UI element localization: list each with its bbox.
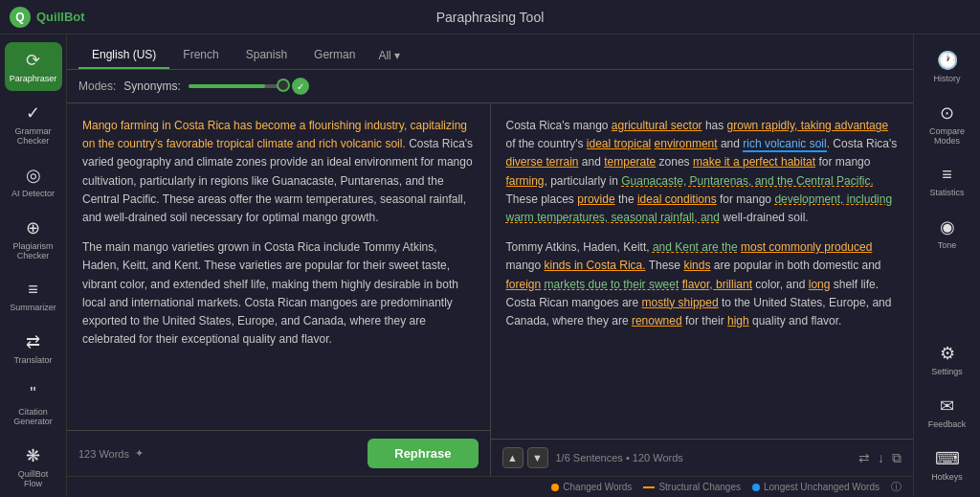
- sidebar-item-citation[interactable]: " Citation Generator: [5, 376, 62, 434]
- slider-fill: [189, 84, 265, 88]
- output-p1-b: has: [702, 119, 727, 132]
- legend-info-icon[interactable]: ⓘ: [891, 480, 902, 494]
- legend-structural-label: Structural Changes: [658, 482, 741, 492]
- compare-icon[interactable]: ⇄: [858, 450, 870, 466]
- sidebar-label-flow: QuillBot Flow: [9, 469, 58, 488]
- plagiarism-icon: ⊕: [26, 217, 40, 238]
- sidebar-item-flow[interactable]: ❋ QuillBot Flow: [5, 438, 62, 496]
- output-p2-k: for their: [682, 314, 727, 328]
- output-changed-1: agricultural sector: [612, 119, 702, 132]
- output-unchanged-1: rich volcanic soil: [743, 137, 826, 152]
- output-p2-l: quality and flavor.: [749, 314, 842, 328]
- sidebar-item-summarizer[interactable]: ≡ Summarizer: [5, 272, 62, 320]
- output-editor-footer: ▲ ▼ 1/6 Sentences • 120 Words ⇄ ↓ ⧉: [491, 439, 914, 476]
- tab-english[interactable]: English (US): [78, 42, 169, 69]
- tab-german[interactable]: German: [301, 42, 368, 69]
- output-changed-7: make it a perfect habitat: [693, 155, 815, 169]
- output-p1-m: for mango: [717, 192, 775, 206]
- tone-label: Tone: [938, 240, 957, 250]
- sidebar-label-ai: AI Detector: [11, 189, 55, 198]
- output-structural-3: and Kent are the: [653, 240, 738, 254]
- word-count: 123 Words ✦: [78, 447, 144, 460]
- sidebar-right-tone[interactable]: ◉ Tone: [919, 209, 976, 258]
- output-p1-a: Costa Rica's mango: [506, 119, 612, 132]
- sidebar-item-paraphraser[interactable]: ⟳ Paraphraser: [5, 42, 62, 91]
- sidebar-label-translator: Translator: [13, 355, 52, 365]
- sidebar-label-summarizer: Summarizer: [10, 303, 56, 312]
- output-p1-f: . Costa Rica's: [827, 137, 898, 150]
- legend-changed-label: Changed Words: [563, 482, 632, 492]
- sidebar-right-hotkeys[interactable]: ⌨ Hotkeys: [919, 441, 976, 489]
- settings-icon: ⚙: [940, 343, 955, 364]
- word-count-text: 123 Words: [78, 448, 129, 460]
- output-changed-6: temperate: [604, 155, 656, 169]
- paraphraser-icon: ⟳: [26, 50, 40, 71]
- input-text-area[interactable]: Mango farming in Costa Rica has become a…: [67, 103, 490, 430]
- unchanged-dot: [752, 484, 760, 491]
- ai-icon: ◎: [26, 165, 41, 186]
- sidebar-right-history[interactable]: 🕐 History: [919, 42, 976, 91]
- sidebar-right-feedback[interactable]: ✉ Feedback: [919, 388, 976, 437]
- logo-icon: Q: [10, 7, 31, 28]
- output-changed-17: mostly shipped: [642, 296, 719, 309]
- tab-all[interactable]: All ▾: [368, 43, 409, 68]
- output-actions: ⇄ ↓ ⧉: [858, 450, 902, 466]
- output-changed-8: farming,: [506, 174, 547, 188]
- nav-down-button[interactable]: ▼: [527, 447, 548, 468]
- output-changed-3: ideal tropical: [587, 137, 651, 150]
- output-changed-9: provide: [577, 192, 614, 206]
- output-changed-14: foreign: [506, 278, 542, 291]
- page-title: Paraphrasing Tool: [436, 10, 545, 25]
- sidebar-left: ⟳ Paraphraser ✓ Grammar Checker ◎ AI Det…: [0, 34, 67, 497]
- rephrase-button[interactable]: Rephrase: [368, 439, 478, 468]
- output-p1-i: for mango: [815, 155, 870, 169]
- output-changed-15: flavor, brilliant: [682, 278, 752, 291]
- sidebar-item-grammar[interactable]: ✓ Grammar Checker: [5, 95, 62, 153]
- synonyms-slider[interactable]: [189, 84, 284, 88]
- sidebar-right-statistics[interactable]: ≡ Statistics: [919, 157, 976, 205]
- statistics-label: Statistics: [929, 188, 964, 197]
- slider-thumb: [277, 79, 290, 92]
- statistics-icon: ≡: [942, 165, 952, 185]
- changed-dot: [551, 484, 559, 491]
- main-layout: ⟳ Paraphraser ✓ Grammar Checker ◎ AI Det…: [0, 34, 980, 497]
- output-p1-l: the: [615, 192, 637, 206]
- tab-spanish[interactable]: Spanish: [233, 42, 301, 69]
- sidebar-item-translator[interactable]: ⇄ Translator: [5, 324, 62, 373]
- output-text-area[interactable]: Costa Rica's mango agricultural sector h…: [491, 103, 914, 439]
- sidebar-item-plagiarism[interactable]: ⊕ Plagiarism Checker: [5, 210, 62, 268]
- history-icon: 🕐: [937, 50, 958, 71]
- translator-icon: ⇄: [26, 331, 40, 352]
- sidebar-label-paraphraser: Paraphraser: [10, 74, 57, 83]
- editors-area: Mango farming in Costa Rica has become a…: [67, 103, 913, 476]
- download-icon[interactable]: ↓: [878, 450, 884, 466]
- legend-structural: Structural Changes: [643, 482, 741, 492]
- copy-icon[interactable]: ⧉: [892, 450, 902, 466]
- legend-changed: Changed Words: [551, 482, 632, 492]
- synonyms-label: Synonyms:: [123, 79, 180, 93]
- ai-magic-icon: ✦: [135, 447, 144, 460]
- hotkeys-label: Hotkeys: [931, 472, 963, 482]
- citation-icon: ": [30, 384, 35, 404]
- feedback-icon: ✉: [940, 395, 954, 417]
- legend-unchanged-label: Longest Unchanged Words: [764, 482, 880, 492]
- input-editor: Mango farming in Costa Rica has become a…: [67, 103, 491, 476]
- output-p2: Tommy Atkins, Haden, Keitt, and Kent are…: [506, 238, 899, 330]
- hotkeys-icon: ⌨: [935, 448, 960, 469]
- sidebar-right-compare[interactable]: ⊙ Compare Modes: [919, 95, 976, 153]
- output-structural-1: Guanacaste, Puntarenas, and the Central …: [621, 174, 874, 188]
- sidebar-right: 🕐 History ⊙ Compare Modes ≡ Statistics ◉…: [913, 34, 980, 497]
- input-text-p2: The main mango varieties grown in Costa …: [82, 238, 475, 349]
- grammar-icon: ✓: [26, 102, 40, 124]
- sidebar-item-ai[interactable]: ◎ AI Detector: [5, 157, 62, 206]
- sidebar-label-grammar: Grammar Checker: [9, 126, 58, 146]
- output-changed-12: kinds in Costa Rica.: [545, 259, 646, 272]
- output-editor: Costa Rica's mango agricultural sector h…: [491, 103, 914, 476]
- output-p2-a: Tommy Atkins, Haden, Keitt,: [506, 240, 653, 254]
- tab-french[interactable]: French: [169, 42, 232, 69]
- input-editor-footer: 123 Words ✦ Rephrase: [67, 430, 490, 476]
- sidebar-right-settings[interactable]: ⚙ Settings: [919, 335, 976, 384]
- nav-up-button[interactable]: ▲: [502, 447, 523, 468]
- output-p1-e: and: [718, 137, 744, 150]
- sidebar-label-plagiarism: Plagiarism Checker: [9, 241, 58, 260]
